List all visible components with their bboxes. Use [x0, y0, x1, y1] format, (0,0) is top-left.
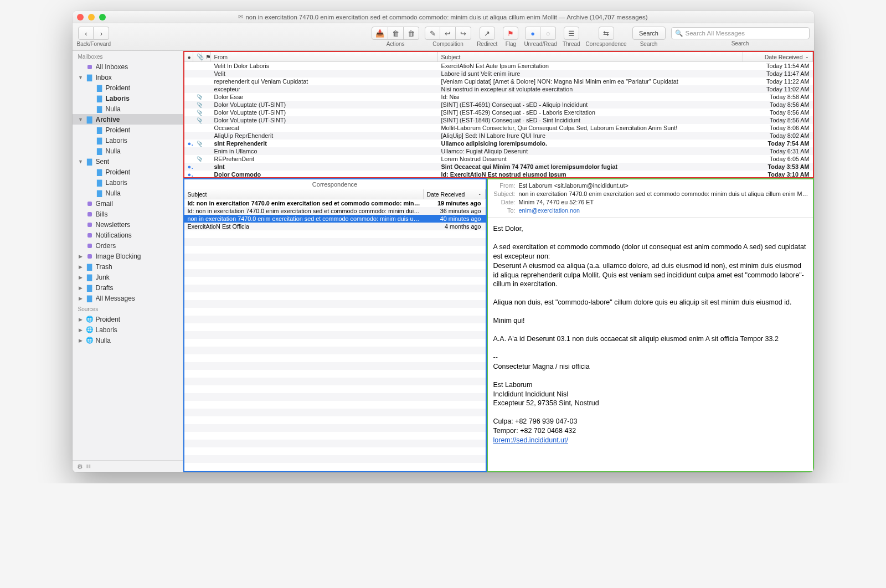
archive-button[interactable]: 📥 [372, 27, 388, 40]
sidebar-item[interactable]: ▇Proident [73, 125, 183, 135]
close-icon[interactable] [77, 14, 84, 20]
message-row[interactable]: 📎Dolor EsseId: NisiToday 8:58 AM [184, 93, 813, 101]
sidebar-source-item[interactable]: ▶🌐Nulla [73, 335, 183, 345]
subject-value: non in exercitation 7470.0 enim exercita… [519, 190, 810, 198]
disclosure-icon[interactable]: ▶ [78, 285, 84, 291]
forward-button[interactable]: › [94, 27, 109, 40]
sidebar-item[interactable]: ▇Proident [73, 167, 183, 177]
thread-row[interactable]: Id: non in exercitation 7470.0 enim exer… [184, 207, 486, 215]
sidebar-item[interactable]: ▼▇Sent [73, 156, 183, 167]
message-row[interactable]: Velit In Dolor LaborisExercitAtioN Est A… [184, 62, 813, 70]
sidebar-item[interactable]: ▇Proident [73, 82, 183, 93]
sidebar-item[interactable]: Orders [73, 240, 183, 251]
message-row[interactable]: 📎Dolor VoLuptate (UT-SINT)[SINT] (EST-46… [184, 101, 813, 109]
folder-icon: ▇ [96, 127, 104, 133]
folder-icon: ▇ [96, 169, 104, 176]
sidebar-item-label: Newsletters [96, 221, 177, 229]
message-row[interactable]: Enim in UllamcoUllamco: Fugiat Aliquip D… [184, 147, 813, 155]
flag-button[interactable]: ⚑ [503, 27, 518, 40]
to-value[interactable]: enim@exercitation.non [519, 207, 810, 215]
compose-button[interactable]: ✎ [425, 27, 440, 40]
date-cell: Today 6:31 AM [743, 148, 813, 154]
body-link[interactable]: lorem://sed.incididunt.ut/ [493, 436, 569, 444]
minimize-icon[interactable] [88, 14, 95, 20]
sidebar-item[interactable]: ▇Nulla [73, 188, 183, 198]
thread-row[interactable]: Id: non in exercitation 7470.0 enim exer… [184, 199, 486, 207]
smart-mailbox-icon [86, 64, 94, 70]
sidebar-source-item[interactable]: ▶🌐Proident [73, 314, 183, 324]
sidebar-item[interactable]: ▶▇Drafts [73, 282, 183, 293]
thread-col-date[interactable]: Date Received⌄ [424, 189, 486, 199]
sidebar-item[interactable]: ▶Image Blocking [73, 251, 183, 261]
message-row[interactable]: ●sIntSint Occaecat qui Minim 74 7470 ame… [184, 163, 813, 171]
disclosure-icon[interactable]: ▼ [78, 75, 84, 80]
sidebar-item[interactable]: ▇Laboris [73, 93, 183, 104]
sidebar-item[interactable]: ▇Nulla [73, 104, 183, 114]
sidebar-source-item[interactable]: ▶🌐Laboris [73, 324, 183, 335]
search-input[interactable]: 🔍 Search All Messages [671, 27, 810, 39]
thread-row[interactable]: non in exercitation 7470.0 enim exercita… [184, 215, 486, 223]
disclosure-icon[interactable]: ▼ [78, 117, 84, 122]
disclosure-icon[interactable]: ▶ [78, 254, 84, 259]
disclosure-icon[interactable]: ▼ [78, 159, 84, 164]
thread-col-subject[interactable]: Subject [184, 189, 424, 199]
message-row[interactable]: OccaecatMollit-Laborum Consectetur, Qui … [184, 124, 813, 132]
sidebar-item[interactable]: Gmail [73, 198, 183, 209]
disclosure-icon[interactable]: ▶ [78, 317, 84, 322]
mark-read-button[interactable]: ○ [540, 27, 556, 40]
redirect-button[interactable]: ↗ [480, 27, 495, 40]
date-value: Minim 74, 7470 eu 52:76 ET [519, 198, 810, 207]
sidebar-item[interactable]: ▼▇Archive [73, 114, 183, 125]
message-row[interactable]: 📎Dolor VoLuptate (UT-SINT)[SINT] (EST-18… [184, 116, 813, 124]
col-attachment[interactable]: 📎 [193, 52, 202, 61]
col-flag[interactable]: ⚑ [202, 52, 211, 61]
message-row[interactable]: 📎REPrehenDeritLorem Nostrud DeseruntToda… [184, 155, 813, 163]
sidebar-item[interactable]: ▇Laboris [73, 135, 183, 146]
message-row[interactable]: excepteurNisi nostrud in excepteur sit v… [184, 85, 813, 93]
activity-icon[interactable]: ⦀⦀ [86, 463, 91, 470]
col-date[interactable]: Date Received⌄ [743, 52, 813, 61]
date-cell: Today 6:05 AM [743, 156, 813, 162]
sidebar-item[interactable]: Notifications [73, 230, 183, 240]
sidebar-item[interactable]: Newsletters [73, 219, 183, 230]
message-row[interactable]: reprehenderit qui Veniam Cupidatat[Venia… [184, 78, 813, 85]
sidebar-item[interactable]: ▶▇Junk [73, 272, 183, 282]
body-address: Est LaborumIncIdidunt Incididunt NisIExc… [493, 380, 807, 409]
disclosure-icon[interactable]: ▶ [78, 296, 84, 301]
junk-button[interactable]: 🗑 [388, 27, 404, 40]
zoom-icon[interactable] [99, 14, 106, 20]
gear-icon[interactable]: ⚙ [77, 463, 83, 471]
sidebar-item[interactable]: ▶▇All Messages [73, 293, 183, 303]
col-unread[interactable]: ● [184, 52, 193, 61]
sidebar-item[interactable]: ▇Nulla [73, 146, 183, 156]
search-button[interactable]: Search [632, 27, 666, 40]
delete-button[interactable]: 🗑 [404, 27, 419, 40]
col-subject[interactable]: Subject [438, 52, 743, 61]
message-row[interactable]: 📎Dolor VoLuptate (UT-SINT)[SINT] (EST-45… [184, 109, 813, 116]
mark-unread-button[interactable]: ● [525, 27, 540, 40]
disclosure-icon[interactable]: ▶ [78, 327, 84, 333]
sidebar-item[interactable]: ▇Laboris [73, 177, 183, 188]
thread-subject-cell: non in exercitation 7470.0 enim exercita… [184, 215, 424, 222]
col-from[interactable]: From [211, 52, 438, 61]
sidebar-item[interactable]: ▼▇Inbox [73, 72, 183, 82]
disclosure-icon[interactable]: ▶ [78, 275, 84, 280]
reply-button[interactable]: ↩ [440, 27, 456, 40]
message-row[interactable]: VelitLabore id sunt Velit enim irureToda… [184, 70, 813, 78]
message-row[interactable]: AliqUip ReprEhenderit[AliqUip] Sed: IN L… [184, 132, 813, 140]
message-row[interactable]: ●📎sInt ReprehenderitUllamco adipisicing … [184, 140, 813, 147]
from-cell: Dolor VoLuptate (UT-SINT) [211, 101, 438, 108]
correspondence-button[interactable]: ⇆ [599, 27, 614, 40]
forward-msg-button[interactable]: ↪ [456, 27, 471, 40]
message-row[interactable]: ●Dolor CommodoId: ExercitAtioN Est nostr… [184, 171, 813, 177]
back-button[interactable]: ‹ [78, 27, 94, 40]
unread-indicator: ● [184, 171, 193, 177]
sidebar-item[interactable]: Bills [73, 209, 183, 219]
thread-button[interactable]: ☰ [564, 27, 579, 40]
date-cell: Today 11:22 AM [743, 78, 813, 85]
disclosure-icon[interactable]: ▶ [78, 264, 84, 270]
disclosure-icon[interactable]: ▶ [78, 338, 84, 343]
sidebar-item[interactable]: All Inboxes [73, 61, 183, 72]
sidebar-item[interactable]: ▶▇Trash [73, 261, 183, 272]
thread-row[interactable]: ExercitAtioN Est Officia4 months ago [184, 223, 486, 230]
